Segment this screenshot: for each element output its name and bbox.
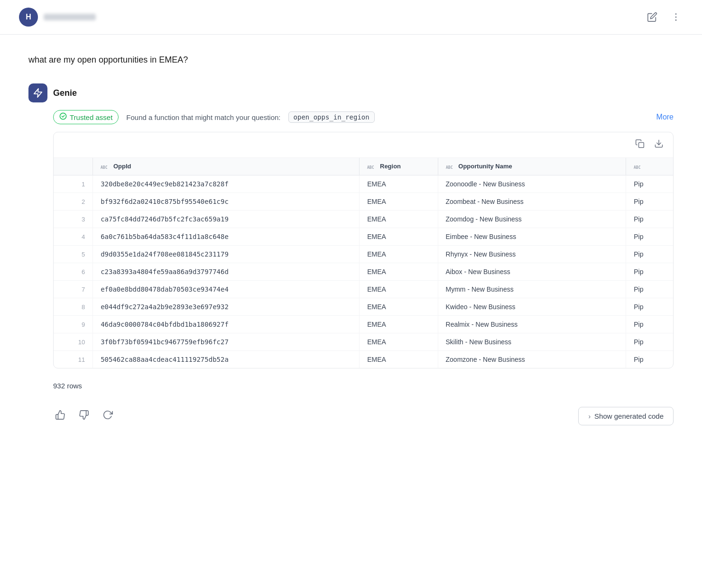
cell-region: EMEA: [360, 263, 438, 281]
cell-partial: Pip: [626, 246, 673, 263]
top-bar: H: [0, 0, 702, 35]
table-row: 5 d9d0355e1da24f708ee081845c231179 EMEA …: [54, 246, 673, 263]
cell-num: 7: [54, 281, 93, 298]
svg-rect-5: [639, 143, 644, 148]
cell-opp-name: Zoomzone - New Business: [438, 351, 626, 368]
user-message: what are my open opportunities in EMEA?: [28, 54, 674, 66]
svg-text:ABC: ABC: [101, 165, 108, 170]
table-row: 7 ef0a0e8bdd80478dab70503ce93474e4 EMEA …: [54, 281, 673, 298]
more-button[interactable]: More: [656, 113, 674, 121]
show-code-label: Show generated code: [594, 412, 664, 420]
username-blur: [44, 14, 96, 20]
svg-point-4: [60, 113, 66, 119]
cell-opp-id: e044df9c272a4a2b9e2893e3e697e932: [93, 298, 360, 316]
cell-region: EMEA: [360, 175, 438, 193]
cell-region: EMEA: [360, 193, 438, 211]
main-content: what are my open opportunities in EMEA? …: [0, 35, 702, 444]
table-row: 4 6a0c761b5ba64da583c4f11d1a8c648e EMEA …: [54, 228, 673, 246]
cell-region: EMEA: [360, 351, 438, 368]
check-icon: [59, 112, 67, 122]
cell-region: EMEA: [360, 281, 438, 298]
row-count: 932 rows: [53, 382, 674, 390]
cell-partial: Pip: [626, 211, 673, 228]
col-type-opp-name: ABC: [446, 164, 457, 169]
cell-opp-id: c23a8393a4804fe59aa86a9d3797746d: [93, 263, 360, 281]
cell-partial: Pip: [626, 193, 673, 211]
download-button[interactable]: [652, 137, 665, 153]
cell-opp-name: Mymm - New Business: [438, 281, 626, 298]
col-type-oppid: ABC: [101, 164, 111, 169]
chevron-icon: ›: [588, 413, 591, 420]
top-bar-right: [645, 10, 683, 24]
table-row: 6 c23a8393a4804fe59aa86a9d3797746d EMEA …: [54, 263, 673, 281]
cell-opp-id: 6a0c761b5ba64da583c4f11d1a8c648e: [93, 228, 360, 246]
cell-num: 4: [54, 228, 93, 246]
col-header-opp-name: ABC Opportunity Name: [438, 158, 626, 175]
table-row: 11 505462ca88aa4cdeac411119275db52a EMEA…: [54, 351, 673, 368]
function-tag: open_opps_in_region: [288, 111, 375, 123]
cell-partial: Pip: [626, 228, 673, 246]
cell-region: EMEA: [360, 228, 438, 246]
cell-region: EMEA: [360, 211, 438, 228]
cell-opp-id: bf932f6d2a02410c875bf95540e61c9c: [93, 193, 360, 211]
svg-text:ABC: ABC: [634, 165, 641, 170]
table-row: 2 bf932f6d2a02410c875bf95540e61c9c EMEA …: [54, 193, 673, 211]
more-options-button[interactable]: [669, 10, 683, 24]
trusted-desc: Found a function that might match your q…: [126, 113, 280, 121]
svg-text:ABC: ABC: [446, 165, 453, 170]
table-row: 9 46da9c0000784c04bfdbd1ba1806927f EMEA …: [54, 316, 673, 333]
cell-partial: Pip: [626, 281, 673, 298]
cell-opp-name: Kwideo - New Business: [438, 298, 626, 316]
cell-num: 8: [54, 298, 93, 316]
cell-opp-name: Rhynyx - New Business: [438, 246, 626, 263]
cell-num: 10: [54, 333, 93, 351]
cell-opp-id: 505462ca88aa4cdeac411119275db52a: [93, 351, 360, 368]
copy-button[interactable]: [633, 137, 647, 153]
table-container: ABC OppId ABC Region: [53, 132, 674, 368]
cell-num: 2: [54, 193, 93, 211]
cell-opp-id: ef0a0e8bdd80478dab70503ce93474e4: [93, 281, 360, 298]
cell-opp-name: Eimbee - New Business: [438, 228, 626, 246]
trusted-bar: Trusted asset Found a function that migh…: [53, 110, 674, 124]
cell-num: 9: [54, 316, 93, 333]
cell-partial: Pip: [626, 316, 673, 333]
show-generated-code-button[interactable]: › Show generated code: [578, 407, 674, 425]
cell-opp-id: ca75fc84dd7246d7b5fc2fc3ac659a19: [93, 211, 360, 228]
top-bar-left: H: [19, 8, 96, 27]
table-row: 8 e044df9c272a4a2b9e2893e3e697e932 EMEA …: [54, 298, 673, 316]
cell-num: 11: [54, 351, 93, 368]
genie-header: Genie: [28, 83, 674, 102]
svg-point-1: [675, 17, 677, 18]
data-table: ABC OppId ABC Region: [54, 158, 673, 368]
bottom-bar: › Show generated code: [28, 407, 674, 425]
edit-button[interactable]: [645, 10, 659, 24]
genie-section: Genie Trusted asset Found a function tha…: [28, 83, 674, 425]
thumbs-up-button[interactable]: [53, 408, 67, 424]
refresh-button[interactable]: [101, 408, 115, 424]
svg-point-0: [675, 13, 677, 15]
thumbs-down-button[interactable]: [77, 408, 91, 424]
cell-region: EMEA: [360, 298, 438, 316]
trusted-asset-label: Trusted asset: [70, 113, 112, 121]
cell-opp-id: d9d0355e1da24f708ee081845c231179: [93, 246, 360, 263]
cell-opp-name: Aibox - New Business: [438, 263, 626, 281]
col-type-region: ABC: [367, 164, 378, 169]
col-header-partial: ABC: [626, 158, 673, 175]
table-row: 3 ca75fc84dd7246d7b5fc2fc3ac659a19 EMEA …: [54, 211, 673, 228]
cell-opp-name: Skilith - New Business: [438, 333, 626, 351]
svg-point-2: [675, 19, 677, 21]
cell-opp-name: Zoonoodle - New Business: [438, 175, 626, 193]
cell-region: EMEA: [360, 316, 438, 333]
table-toolbar: [54, 132, 673, 158]
table-row: 10 3f0bf73bf05941bc9467759efb96fc27 EMEA…: [54, 333, 673, 351]
cell-partial: Pip: [626, 333, 673, 351]
genie-icon: [28, 83, 47, 102]
col-header-oppid: ABC OppId: [93, 158, 360, 175]
cell-opp-id: 3f0bf73bf05941bc9467759efb96fc27: [93, 333, 360, 351]
trusted-asset-badge: Trusted asset: [53, 110, 119, 124]
cell-num: 6: [54, 263, 93, 281]
cell-region: EMEA: [360, 246, 438, 263]
feedback-icons: [53, 408, 115, 424]
cell-region: EMEA: [360, 333, 438, 351]
cell-num: 5: [54, 246, 93, 263]
